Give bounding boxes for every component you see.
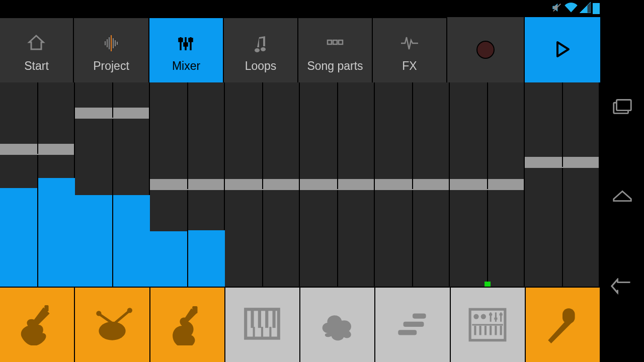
note-icon bbox=[251, 28, 270, 58]
fader-handle[interactable] bbox=[375, 179, 449, 190]
level-bar bbox=[75, 195, 112, 287]
synth-icon bbox=[467, 304, 508, 345]
sequence-icon bbox=[392, 304, 433, 345]
mixer-track-4[interactable] bbox=[225, 82, 300, 287]
tab-project[interactable]: Project bbox=[74, 17, 149, 82]
mixer-track-8[interactable] bbox=[525, 82, 600, 287]
level-bar bbox=[113, 195, 150, 287]
piano-icon bbox=[242, 304, 283, 345]
play-button[interactable] bbox=[525, 17, 600, 82]
instrument-mic[interactable] bbox=[526, 287, 601, 362]
battery-icon bbox=[593, 3, 600, 14]
tab-label: Project bbox=[93, 59, 129, 73]
tab-loops[interactable]: Loops bbox=[224, 17, 298, 82]
tab-label: Loops bbox=[245, 59, 277, 73]
instrument-drums[interactable] bbox=[75, 287, 150, 362]
status-bar: 09:46 bbox=[0, 0, 644, 17]
blocks-icon bbox=[326, 28, 345, 58]
record-button[interactable] bbox=[447, 17, 525, 82]
acoustic-guitar-icon bbox=[167, 304, 208, 345]
mixer-track-3[interactable] bbox=[150, 82, 225, 287]
play-icon bbox=[552, 40, 573, 59]
tab-song-parts[interactable]: Song parts bbox=[298, 17, 373, 82]
electric-guitar-icon bbox=[17, 304, 58, 345]
level-bar bbox=[188, 230, 225, 287]
mixer-track-5[interactable] bbox=[300, 82, 375, 287]
tab-label: Song parts bbox=[307, 59, 363, 73]
svg-marker-56 bbox=[580, 6, 587, 13]
level-bar bbox=[38, 178, 75, 287]
back-button[interactable] bbox=[610, 277, 634, 297]
instrument-row bbox=[0, 287, 601, 362]
wave-icon bbox=[102, 28, 121, 58]
fader-handle[interactable] bbox=[225, 179, 299, 190]
tab-label: FX bbox=[402, 59, 417, 73]
wifi-icon bbox=[565, 2, 578, 15]
mic-icon bbox=[542, 304, 583, 345]
instrument-acoustic-guitar[interactable] bbox=[150, 287, 225, 362]
mixer-track-1[interactable] bbox=[0, 82, 75, 287]
instrument-electric-guitar[interactable] bbox=[0, 287, 75, 362]
level-bar bbox=[0, 188, 37, 287]
cloud-icon bbox=[317, 304, 358, 345]
tab-label: Mixer bbox=[172, 59, 200, 73]
home-icon bbox=[27, 28, 46, 58]
tab-fx[interactable]: FX bbox=[373, 17, 447, 82]
drums-icon bbox=[92, 304, 133, 345]
fader-handle[interactable] bbox=[300, 179, 374, 190]
home-button[interactable] bbox=[610, 186, 634, 206]
android-nav-rail bbox=[601, 0, 644, 362]
mixer-track-2[interactable] bbox=[75, 82, 150, 287]
fader-handle[interactable] bbox=[0, 144, 74, 155]
level-bar bbox=[150, 231, 187, 287]
instrument-synth[interactable] bbox=[451, 287, 526, 362]
instrument-cloud[interactable] bbox=[300, 287, 375, 362]
mixer-track-6[interactable] bbox=[375, 82, 450, 287]
pulse-icon bbox=[400, 28, 419, 58]
tab-start[interactable]: Start bbox=[0, 17, 74, 82]
record-icon bbox=[476, 41, 495, 59]
instrument-sequence[interactable] bbox=[375, 287, 450, 362]
recent-apps-button[interactable] bbox=[610, 96, 634, 116]
mixer-track-7[interactable] bbox=[450, 82, 525, 287]
mixer-area bbox=[0, 82, 601, 287]
fader-handle[interactable] bbox=[525, 157, 599, 168]
tab-mixer[interactable]: Mixer bbox=[149, 17, 224, 82]
signal-icon bbox=[580, 2, 591, 15]
fader-handle[interactable] bbox=[450, 179, 524, 190]
main-toolbar: StartProjectMixerLoopsSong partsFX bbox=[0, 17, 601, 82]
fader-handle[interactable] bbox=[75, 108, 149, 119]
tab-label: Start bbox=[24, 59, 49, 73]
sliders-icon bbox=[177, 28, 196, 58]
mute-icon bbox=[551, 2, 562, 15]
fader-handle[interactable] bbox=[150, 179, 224, 190]
instrument-piano[interactable] bbox=[225, 287, 300, 362]
